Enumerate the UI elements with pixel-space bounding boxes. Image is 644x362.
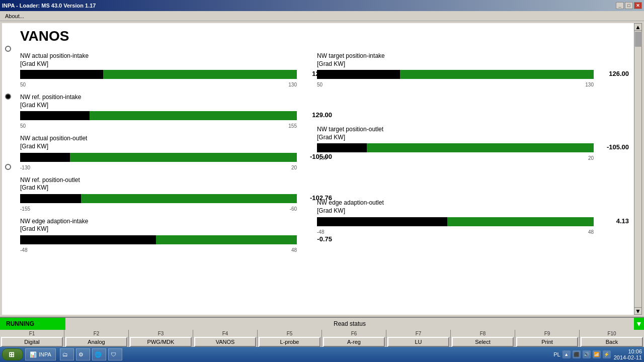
nw-actual-intake-scale: 50130 [20,82,297,87]
nw-actual-intake-label1: NW actual position-intake [20,52,297,60]
nw-edge-intake-group: NW edge adaption-intake [Grad KW] -0.75 … [20,218,297,253]
clock-date: 2014-02-11 [614,354,642,360]
nw-actual-intake-group: NW actual position-intake [Grad KW] 126.… [20,52,297,87]
scrollbar-up[interactable]: ▲ [634,24,641,31]
nw-edge-intake-bar [20,235,297,244]
read-status-label: Read status [65,320,634,327]
nw-target-outlet-label2: [Grad KW] [317,134,594,142]
taskbar-right: PL ▲ ⬛ 🔊 📶 ⚡ 10:06 2014-02-11 [553,348,642,360]
nw-target-outlet-scale: -13020 [317,155,594,161]
fkey-f1: F1 Digital [0,330,64,348]
right-spacer-2 [317,167,594,199]
fkey-f3: F3 PWG/MDK [129,330,193,348]
taskbar-app-2[interactable]: 🗂 [60,348,74,360]
page-title: VANOS [20,28,634,44]
fkey-f5: F5 L-probe [258,330,322,348]
taskbar-app-inpa[interactable]: 📊 INPA [25,348,56,360]
scrollbar-thumb[interactable] [635,32,642,47]
scrollbar-down[interactable]: ▼ [634,307,641,314]
nw-edge-outlet-value: 4.13 [616,217,629,225]
nw-ref-outlet-label1: NW ref. position-outlet [20,176,297,185]
fkey-f8-button[interactable]: Select [452,337,514,347]
fkey-f6: F6 A-reg [322,330,386,348]
nw-actual-intake-bar [20,70,297,79]
nw-edge-outlet-black [317,217,447,226]
nw-actual-intake-label2: [Grad KW] [20,60,297,68]
nw-edge-outlet-group: NW edge adaption-outlet [Grad KW] 4.13 -… [317,199,594,234]
nw-target-outlet-bar [317,143,594,152]
status-area: RUNNING Read status ▼ F1 Digital F2 Anal… [0,317,644,347]
nw-target-outlet-value: -105.00 [607,143,629,151]
start-button[interactable]: ⊞ [2,348,23,360]
nw-ref-intake-black [20,111,90,120]
taskbar-apps: 🗂 ⚙ 🌐 🛡 [60,348,122,360]
fkey-f3-button[interactable]: PWG/MDK [130,337,192,347]
clock-time: 10:06 [614,348,642,354]
nw-edge-outlet-label2: [Grad KW] [317,207,594,215]
nw-ref-outlet-group: NW ref. position-outlet [Grad KW] -102.7… [20,176,297,212]
fkey-f7-label: F7 [416,330,422,337]
nw-actual-outlet-label2: [Grad KW] [20,143,297,151]
fkey-f10-button[interactable]: Back [581,337,643,347]
maximize-button[interactable]: □ [625,2,633,9]
fkey-f7-button[interactable]: LU [387,337,449,347]
scrollbar[interactable]: ▲ ▼ [634,23,642,315]
nw-target-intake-label1: NW target position-intake [317,52,594,60]
radio-bottom[interactable] [5,164,11,170]
fkey-f1-button[interactable]: Digital [1,337,63,347]
app5-icon: 🛡 [111,351,116,357]
nw-ref-outlet-value: -102.76 [310,194,332,202]
nw-ref-outlet-bar [20,194,297,203]
fkey-f1-label: F1 [29,330,35,337]
fkey-f10-label: F10 [607,330,616,337]
nw-edge-intake-value: -0.75 [317,235,332,243]
nw-edge-intake-scale: -4848 [20,247,297,253]
taskbar-app-4[interactable]: 🌐 [92,348,106,360]
nw-actual-intake-black [20,70,103,79]
nw-edge-outlet-bar [317,217,594,226]
nw-actual-outlet-bar [20,153,297,162]
tray-icon-5: ⚡ [603,350,611,358]
nw-actual-outlet-scale: -13020 [20,165,297,170]
fkey-f9-button[interactable]: Print [516,337,578,347]
nw-target-outlet-black [317,143,367,152]
nw-edge-outlet-bar-container: 4.13 [317,217,594,228]
taskbar-app-5[interactable]: 🛡 [108,348,122,360]
running-badge: RUNNING [0,318,65,330]
radio-top[interactable] [5,46,11,52]
app2-icon: 🗂 [62,351,68,357]
tray-icon-1: ▲ [562,350,571,358]
fkey-f8: F8 Select [451,330,515,348]
fkey-f10: F10 Back [580,330,644,348]
nw-edge-intake-bar-container: -0.75 [20,235,297,246]
minimize-button[interactable]: _ [616,2,624,9]
close-button[interactable]: ✕ [634,2,642,9]
fkey-f4-button[interactable]: VANOS [194,337,256,347]
nw-edge-outlet-label1: NW edge adaption-outlet [317,199,594,207]
fkey-f2-button[interactable]: Analog [65,337,127,347]
taskbar-app-3[interactable]: ⚙ [76,348,90,360]
window-title: INPA - Loader: MS 43.0 Version 1.17 [2,3,96,9]
nw-ref-intake-value: 129.00 [312,111,332,119]
title-bar: INPA - Loader: MS 43.0 Version 1.17 _ □ … [0,0,644,11]
fkey-f5-button[interactable]: L-probe [259,337,320,347]
nw-ref-intake-group: NW ref. position-intake [Grad KW] 129.00… [20,94,297,129]
nw-target-outlet-group: NW target position-outlet [Grad KW] -105… [317,126,594,161]
nw-ref-outlet-black [20,194,81,203]
right-spacer-1 [317,94,594,126]
windows-logo-icon: ⊞ [9,350,15,358]
scroll-indicator: ▼ [634,318,644,330]
fkey-f2: F2 Analog [64,330,129,348]
nw-ref-intake-label2: [Grad KW] [20,102,297,110]
nw-actual-outlet-label1: NW actual position-outlet [20,135,297,143]
nw-actual-outlet-bar-container: -105.00 [20,153,297,164]
menu-bar: About... [0,11,644,21]
nw-target-intake-label2: [Grad KW] [317,60,594,68]
fkey-f7: F7 LU [386,330,451,348]
fkey-f6-button[interactable]: A-reg [323,337,385,347]
app-icon: 📊 [30,351,37,358]
nw-target-outlet-bar-container: -105.00 [317,143,594,154]
about-menu[interactable]: About... [2,12,27,20]
radio-mid[interactable] [5,94,11,100]
nw-edge-intake-label1: NW edge adaption-intake [20,218,297,226]
